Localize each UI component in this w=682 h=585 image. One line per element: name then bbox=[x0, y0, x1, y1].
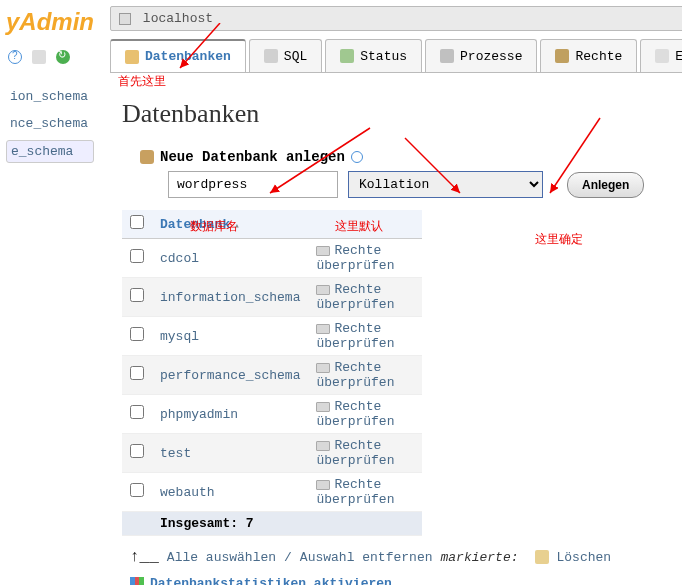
db-name-link[interactable]: mysql bbox=[160, 329, 199, 344]
table-row: mysqlRechte überprüfen bbox=[122, 317, 422, 356]
table-row: information_schemaRechte überprüfen bbox=[122, 278, 422, 317]
tab-db-icon bbox=[125, 50, 139, 64]
rights-icon bbox=[316, 402, 330, 412]
help-icon[interactable] bbox=[8, 50, 22, 64]
table-row: webauthRechte überprüfen bbox=[122, 473, 422, 512]
row-checkbox[interactable] bbox=[130, 483, 144, 497]
barchart-icon bbox=[130, 577, 144, 586]
row-checkbox[interactable] bbox=[130, 249, 144, 263]
select-all-link[interactable]: Alle auswählen bbox=[167, 550, 276, 565]
sidebar: yAdmin ion_schemance_schemae_schema bbox=[0, 0, 100, 585]
table-row: cdcolRechte überprüfen bbox=[122, 239, 422, 278]
tab-proc[interactable]: Prozesse bbox=[425, 39, 537, 72]
create-button[interactable]: Anlegen bbox=[567, 172, 644, 198]
db-name-link[interactable]: information_schema bbox=[160, 290, 300, 305]
row-checkbox[interactable] bbox=[130, 405, 144, 419]
table-row: testRechte überprüfen bbox=[122, 434, 422, 473]
tab-sql-icon bbox=[264, 49, 278, 63]
col-database[interactable]: Datenbank▴ bbox=[152, 210, 308, 239]
delete-link[interactable]: Löschen bbox=[557, 550, 612, 565]
collation-select[interactable]: Kollation bbox=[348, 171, 543, 198]
newdb-header-label: Neue Datenbank anlegen bbox=[160, 149, 345, 165]
tab-rights[interactable]: Rechte bbox=[540, 39, 637, 72]
arrow-up-icon: ↑__ bbox=[130, 548, 159, 566]
db-name-link[interactable]: webauth bbox=[160, 485, 215, 500]
delete-icon[interactable] bbox=[535, 550, 549, 564]
breadcrumb-server[interactable]: localhost bbox=[143, 11, 213, 26]
tab-proc-icon bbox=[440, 49, 454, 63]
sidebar-db-link[interactable]: ion_schema bbox=[6, 86, 94, 107]
new-database-name-input[interactable] bbox=[168, 171, 338, 198]
rights-icon bbox=[316, 246, 330, 256]
row-checkbox[interactable] bbox=[130, 444, 144, 458]
row-checkbox[interactable] bbox=[130, 288, 144, 302]
deselect-link[interactable]: Auswahl entfernen bbox=[300, 550, 433, 565]
tab-status-icon bbox=[340, 49, 354, 63]
db-name-link[interactable]: phpmyadmin bbox=[160, 407, 238, 422]
tab-ex[interactable]: E bbox=[640, 39, 682, 72]
breadcrumb: localhost bbox=[110, 6, 682, 31]
sidebar-db-link[interactable]: e_schema bbox=[6, 140, 94, 163]
database-table: Datenbank▴ cdcolRechte überprüfeninforma… bbox=[122, 210, 422, 536]
annotation-confirm: 这里确定 bbox=[535, 231, 583, 248]
activate-stats-link[interactable]: Datenbankstatistiken aktivieren bbox=[130, 576, 682, 585]
table-row: phpmyadminRechte überprüfen bbox=[122, 395, 422, 434]
total-row: Insgesamt: 7 bbox=[152, 512, 422, 536]
rights-icon bbox=[316, 363, 330, 373]
sort-icon: ▴ bbox=[234, 221, 239, 231]
tab-status[interactable]: Status bbox=[325, 39, 422, 72]
db-name-link[interactable]: test bbox=[160, 446, 191, 461]
logo: yAdmin bbox=[6, 8, 94, 36]
annotation-tabs: 首先这里 bbox=[118, 73, 166, 90]
row-checkbox[interactable] bbox=[130, 366, 144, 380]
rights-icon bbox=[316, 441, 330, 451]
tab-sql[interactable]: SQL bbox=[249, 39, 322, 72]
sidebar-db-link[interactable]: nce_schema bbox=[6, 113, 94, 134]
tab-ex-icon bbox=[655, 49, 669, 63]
rights-icon bbox=[316, 285, 330, 295]
rights-icon bbox=[316, 324, 330, 334]
page-title: Datenbanken bbox=[122, 99, 682, 129]
newdb-icon bbox=[140, 150, 154, 164]
tabs: DatenbankenSQLStatusProzesseRechteE bbox=[110, 39, 682, 73]
row-checkbox[interactable] bbox=[130, 327, 144, 341]
table-row: performance_schemaRechte überprüfen bbox=[122, 356, 422, 395]
select-all-checkbox[interactable] bbox=[130, 215, 144, 229]
tab-rights-icon bbox=[555, 49, 569, 63]
page-icon[interactable] bbox=[32, 50, 46, 64]
server-icon bbox=[119, 13, 131, 25]
db-name-link[interactable]: performance_schema bbox=[160, 368, 300, 383]
help-icon[interactable] bbox=[351, 151, 363, 163]
reload-icon[interactable] bbox=[56, 50, 70, 64]
tab-db[interactable]: Datenbanken bbox=[110, 39, 246, 72]
db-name-link[interactable]: cdcol bbox=[160, 251, 199, 266]
rights-icon bbox=[316, 480, 330, 490]
